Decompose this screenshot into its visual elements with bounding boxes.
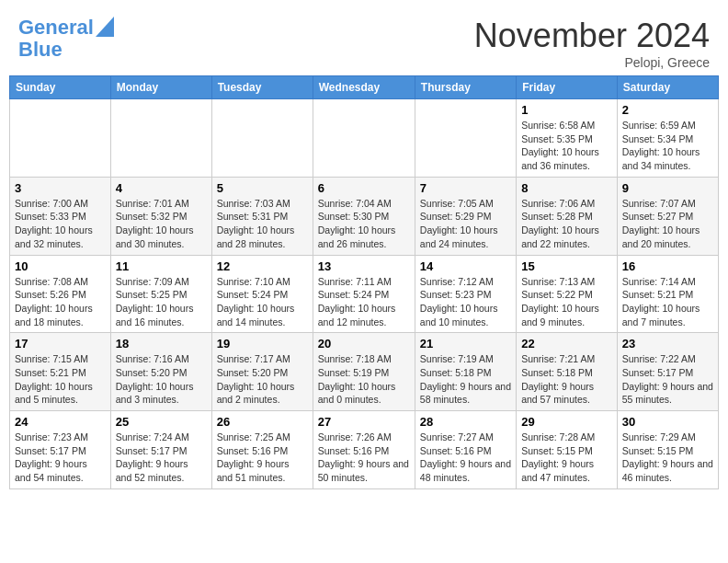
day-number: 1 — [521, 103, 612, 117]
calendar-cell: 20Sunrise: 7:18 AM Sunset: 5:19 PM Dayli… — [313, 333, 415, 411]
weekday-header-thursday: Thursday — [415, 76, 516, 99]
day-info: Sunrise: 7:06 AM Sunset: 5:28 PM Dayligh… — [521, 197, 612, 251]
day-info: Sunrise: 7:10 AM Sunset: 5:24 PM Dayligh… — [217, 275, 308, 329]
calendar-week-3: 10Sunrise: 7:08 AM Sunset: 5:26 PM Dayli… — [10, 255, 719, 333]
calendar-cell: 29Sunrise: 7:28 AM Sunset: 5:15 PM Dayli… — [517, 411, 618, 489]
day-number: 6 — [318, 181, 410, 195]
day-info: Sunrise: 7:08 AM Sunset: 5:26 PM Dayligh… — [15, 275, 106, 329]
calendar-cell: 15Sunrise: 7:13 AM Sunset: 5:22 PM Dayli… — [517, 255, 618, 333]
logo-text-line2: Blue — [18, 38, 63, 61]
weekday-header-sunday: Sunday — [10, 76, 111, 99]
day-info: Sunrise: 7:25 AM Sunset: 5:16 PM Dayligh… — [217, 431, 308, 485]
day-number: 23 — [622, 337, 713, 350]
logo-triangle-icon — [96, 17, 114, 37]
day-number: 29 — [521, 415, 612, 429]
calendar-cell: 11Sunrise: 7:09 AM Sunset: 5:25 PM Dayli… — [110, 255, 211, 333]
day-info: Sunrise: 7:24 AM Sunset: 5:17 PM Dayligh… — [116, 431, 207, 485]
calendar-cell: 12Sunrise: 7:10 AM Sunset: 5:24 PM Dayli… — [211, 255, 313, 333]
day-number: 25 — [116, 415, 207, 429]
day-info: Sunrise: 7:11 AM Sunset: 5:24 PM Dayligh… — [318, 275, 410, 329]
day-info: Sunrise: 7:28 AM Sunset: 5:15 PM Dayligh… — [521, 431, 612, 485]
day-info: Sunrise: 7:04 AM Sunset: 5:30 PM Dayligh… — [318, 197, 410, 251]
calendar-cell: 9Sunrise: 7:07 AM Sunset: 5:27 PM Daylig… — [617, 177, 718, 255]
calendar-cell: 4Sunrise: 7:01 AM Sunset: 5:32 PM Daylig… — [110, 177, 211, 255]
calendar-cell — [313, 99, 415, 178]
weekday-header-monday: Monday — [110, 76, 211, 99]
calendar-cell: 7Sunrise: 7:05 AM Sunset: 5:29 PM Daylig… — [415, 177, 516, 255]
calendar-cell: 2Sunrise: 6:59 AM Sunset: 5:34 PM Daylig… — [617, 99, 718, 178]
calendar-cell: 6Sunrise: 7:04 AM Sunset: 5:30 PM Daylig… — [313, 177, 415, 255]
day-number: 22 — [521, 337, 612, 350]
day-info: Sunrise: 7:17 AM Sunset: 5:20 PM Dayligh… — [217, 352, 308, 407]
location: Pelopi, Greece — [474, 55, 710, 70]
day-number: 28 — [420, 415, 511, 429]
calendar-week-2: 3Sunrise: 7:00 AM Sunset: 5:33 PM Daylig… — [10, 177, 719, 255]
day-info: Sunrise: 7:15 AM Sunset: 5:21 PM Dayligh… — [15, 352, 106, 407]
day-info: Sunrise: 7:03 AM Sunset: 5:31 PM Dayligh… — [217, 197, 308, 251]
day-info: Sunrise: 7:13 AM Sunset: 5:22 PM Dayligh… — [521, 275, 612, 329]
day-info: Sunrise: 7:09 AM Sunset: 5:25 PM Dayligh… — [116, 275, 207, 329]
day-number: 20 — [318, 337, 410, 350]
day-number: 15 — [521, 259, 612, 273]
calendar-cell: 24Sunrise: 7:23 AM Sunset: 5:17 PM Dayli… — [10, 411, 111, 489]
day-info: Sunrise: 7:19 AM Sunset: 5:18 PM Dayligh… — [420, 352, 511, 407]
day-number: 18 — [116, 337, 207, 350]
calendar-cell: 14Sunrise: 7:12 AM Sunset: 5:23 PM Dayli… — [415, 255, 516, 333]
day-info: Sunrise: 6:59 AM Sunset: 5:34 PM Dayligh… — [622, 119, 713, 173]
calendar-cell: 25Sunrise: 7:24 AM Sunset: 5:17 PM Dayli… — [110, 411, 211, 489]
day-info: Sunrise: 7:23 AM Sunset: 5:17 PM Dayligh… — [15, 431, 106, 485]
day-info: Sunrise: 7:05 AM Sunset: 5:29 PM Dayligh… — [420, 197, 511, 251]
calendar-cell: 17Sunrise: 7:15 AM Sunset: 5:21 PM Dayli… — [10, 333, 111, 411]
day-number: 14 — [420, 259, 511, 273]
calendar-cell: 28Sunrise: 7:27 AM Sunset: 5:16 PM Dayli… — [415, 411, 516, 489]
day-number: 5 — [217, 181, 308, 195]
calendar-cell: 16Sunrise: 7:14 AM Sunset: 5:21 PM Dayli… — [617, 255, 718, 333]
calendar-week-5: 24Sunrise: 7:23 AM Sunset: 5:17 PM Dayli… — [10, 411, 719, 489]
day-number: 26 — [217, 415, 308, 429]
day-info: Sunrise: 7:12 AM Sunset: 5:23 PM Dayligh… — [420, 275, 511, 329]
calendar-cell — [415, 99, 516, 178]
calendar-cell: 5Sunrise: 7:03 AM Sunset: 5:31 PM Daylig… — [211, 177, 313, 255]
day-number: 13 — [318, 259, 410, 273]
day-number: 16 — [622, 259, 713, 273]
weekday-header-wednesday: Wednesday — [313, 76, 415, 99]
logo-text-line1: General — [18, 17, 94, 39]
calendar-cell — [10, 99, 111, 178]
calendar-cell: 30Sunrise: 7:29 AM Sunset: 5:15 PM Dayli… — [617, 411, 718, 489]
day-info: Sunrise: 7:18 AM Sunset: 5:19 PM Dayligh… — [318, 352, 410, 407]
day-number: 11 — [116, 259, 207, 273]
calendar-cell: 26Sunrise: 7:25 AM Sunset: 5:16 PM Dayli… — [211, 411, 313, 489]
day-number: 8 — [521, 181, 612, 195]
day-number: 9 — [622, 181, 713, 195]
calendar-week-1: 1Sunrise: 6:58 AM Sunset: 5:35 PM Daylig… — [10, 99, 719, 178]
calendar-cell: 1Sunrise: 6:58 AM Sunset: 5:35 PM Daylig… — [517, 99, 618, 178]
day-info: Sunrise: 7:26 AM Sunset: 5:16 PM Dayligh… — [318, 431, 410, 485]
calendar-cell: 21Sunrise: 7:19 AM Sunset: 5:18 PM Dayli… — [415, 333, 516, 411]
day-number: 2 — [622, 103, 713, 117]
day-number: 10 — [15, 259, 106, 273]
page-header: General Blue November 2024 Pelopi, Greec… — [9, 9, 719, 75]
day-info: Sunrise: 7:00 AM Sunset: 5:33 PM Dayligh… — [15, 197, 106, 251]
day-number: 4 — [116, 181, 207, 195]
calendar-cell: 10Sunrise: 7:08 AM Sunset: 5:26 PM Dayli… — [10, 255, 111, 333]
calendar-cell: 19Sunrise: 7:17 AM Sunset: 5:20 PM Dayli… — [211, 333, 313, 411]
title-block: November 2024 Pelopi, Greece — [474, 17, 710, 70]
weekday-header-friday: Friday — [517, 76, 618, 99]
calendar-cell: 23Sunrise: 7:22 AM Sunset: 5:17 PM Dayli… — [617, 333, 718, 411]
calendar-cell: 27Sunrise: 7:26 AM Sunset: 5:16 PM Dayli… — [313, 411, 415, 489]
day-info: Sunrise: 7:29 AM Sunset: 5:15 PM Dayligh… — [622, 431, 713, 485]
weekday-header-tuesday: Tuesday — [211, 76, 313, 99]
day-number: 24 — [15, 415, 106, 429]
day-info: Sunrise: 6:58 AM Sunset: 5:35 PM Dayligh… — [521, 119, 612, 173]
day-number: 17 — [15, 337, 106, 350]
day-number: 7 — [420, 181, 511, 195]
day-info: Sunrise: 7:22 AM Sunset: 5:17 PM Dayligh… — [622, 352, 713, 407]
day-info: Sunrise: 7:16 AM Sunset: 5:20 PM Dayligh… — [116, 352, 207, 407]
calendar-cell: 13Sunrise: 7:11 AM Sunset: 5:24 PM Dayli… — [313, 255, 415, 333]
calendar-header-row: SundayMondayTuesdayWednesdayThursdayFrid… — [10, 76, 719, 99]
day-number: 19 — [217, 337, 308, 350]
weekday-header-saturday: Saturday — [617, 76, 718, 99]
svg-marker-0 — [96, 17, 114, 37]
calendar-cell — [110, 99, 211, 178]
day-info: Sunrise: 7:14 AM Sunset: 5:21 PM Dayligh… — [622, 275, 713, 329]
